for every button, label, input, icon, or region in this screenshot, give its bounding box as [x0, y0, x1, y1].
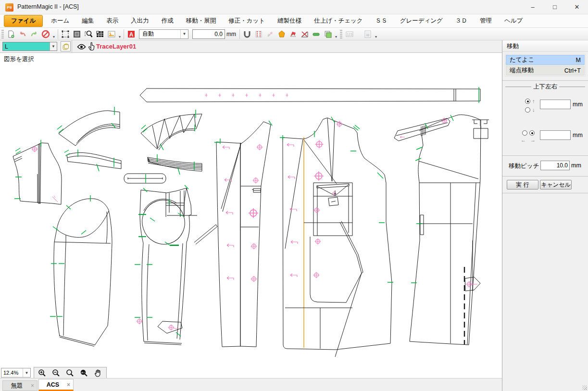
seam-lines-icon[interactable]: [253, 29, 264, 39]
tab-untitled[interactable]: 無題 ×: [2, 380, 38, 391]
menu-3d[interactable]: ３Ｄ: [449, 15, 474, 27]
calculator-icon[interactable]: [362, 29, 374, 39]
menu-file[interactable]: ファイル: [4, 15, 43, 27]
vertical-unit-label: mm: [573, 101, 583, 108]
toolbar-overflow-icon[interactable]: ▾: [117, 35, 122, 40]
annotation-a-icon[interactable]: A: [125, 29, 137, 39]
visibility-eye-icon[interactable]: [77, 43, 86, 52]
menu-sewing-spec[interactable]: 縫製仕様: [271, 15, 308, 27]
auto-mode-combobox[interactable]: 自動 ▼: [139, 29, 188, 39]
tab-close-icon[interactable]: ×: [31, 382, 37, 389]
menu-io[interactable]: 入出力: [125, 15, 155, 27]
zoom-in-button[interactable]: [35, 368, 49, 378]
move-up-radio[interactable]: [525, 99, 530, 104]
layer-stack-button[interactable]: [61, 41, 71, 51]
tab-close-icon[interactable]: ×: [67, 381, 73, 388]
pattern-canvas[interactable]: [0, 53, 502, 378]
command-label: たてよこ: [510, 56, 534, 64]
canvas-area[interactable]: 図形を選択: [0, 53, 502, 378]
redo-icon[interactable]: [28, 29, 40, 39]
fold-shape-icon[interactable]: [288, 29, 299, 39]
magnet-icon[interactable]: [241, 29, 253, 39]
select-rect-icon[interactable]: [60, 29, 71, 39]
piece-band-left[interactable]: [64, 150, 121, 171]
piece-collar-zigzag[interactable]: [141, 110, 202, 150]
no-entry-icon[interactable]: [40, 29, 51, 39]
piece-collar[interactable]: [57, 107, 120, 146]
image-icon[interactable]: [106, 29, 117, 39]
menu-move-expand[interactable]: 移動・展開: [180, 15, 223, 27]
menu-ss[interactable]: ＳＳ: [369, 15, 394, 27]
menu-view[interactable]: 表示: [100, 15, 125, 27]
zoom-select-icon[interactable]: [83, 29, 94, 39]
grid-icon[interactable]: [94, 29, 106, 39]
command-endpoint-move[interactable]: 端点移動 Ctrl+T: [506, 65, 585, 76]
toolbar-grip[interactable]: [1, 30, 4, 38]
menu-grading[interactable]: グレーディング: [394, 15, 449, 27]
toolbar-overflow-icon[interactable]: ▾: [51, 35, 56, 40]
move-down-radio[interactable]: [525, 107, 530, 113]
pick-hand-icon[interactable]: [88, 42, 95, 52]
piece-jacket-front[interactable]: [280, 117, 393, 357]
move-right-radio[interactable]: [529, 130, 535, 136]
close-button[interactable]: ✕: [566, 0, 588, 14]
command-tateyoko[interactable]: たてよこ M: [506, 55, 585, 65]
tab-label: 無題: [3, 382, 31, 390]
document-tab-bar: 無題 × ACS ×: [0, 378, 502, 391]
ruler-cross-icon[interactable]: [299, 29, 311, 39]
minimize-button[interactable]: –: [522, 0, 544, 14]
tab-label: ACS: [39, 381, 67, 388]
piece-tab[interactable]: [124, 174, 166, 183]
filled-square-icon[interactable]: [71, 29, 83, 39]
menu-edit[interactable]: 編集: [75, 15, 100, 27]
zoom-out-button[interactable]: [49, 368, 63, 378]
maximize-button[interactable]: □: [544, 0, 566, 14]
piece-bodice[interactable]: [13, 140, 62, 204]
toolbar-overflow-icon[interactable]: ▾: [374, 35, 378, 40]
move-left-radio[interactable]: [522, 130, 527, 136]
menu-home[interactable]: ホーム: [45, 15, 75, 27]
piece-upper-sleeve[interactable]: [50, 195, 112, 346]
offset-unit-label: mm: [226, 31, 236, 38]
undo-icon[interactable]: [17, 29, 28, 39]
horizontal-distance-input[interactable]: [540, 130, 571, 140]
menu-bar: ファイル ホーム 編集 表示 入出力 作成 移動・展開 修正・カット 縫製仕様 …: [0, 14, 588, 28]
horizontal-unit-label: mm: [573, 132, 583, 139]
zoom-bar: 12.4% ▼ ALL: [1, 366, 107, 379]
vertical-distance-input[interactable]: [540, 100, 571, 109]
resize-grip[interactable]: [582, 385, 587, 390]
piece-belt[interactable]: [140, 87, 480, 103]
offset-value-input[interactable]: [192, 29, 225, 39]
piece-band-multiline[interactable]: [148, 154, 202, 175]
layer-bar: L ▼ TraceLayer01: [0, 40, 502, 53]
cancel-button[interactable]: キャンセル: [540, 180, 572, 189]
menu-help[interactable]: ヘルプ: [498, 15, 529, 27]
pan-hand-button[interactable]: [91, 368, 105, 378]
layers-icon[interactable]: [322, 29, 334, 39]
piece-under-sleeve[interactable]: [135, 185, 217, 345]
piece-front-facing[interactable]: [214, 121, 272, 347]
toolbar-overflow-icon[interactable]: ▾: [334, 35, 338, 40]
zoom-all-button[interactable]: ALL: [77, 368, 91, 378]
menu-modify-cut[interactable]: 修正・カット: [222, 15, 271, 27]
execute-button[interactable]: 実 行: [507, 180, 538, 189]
zoom-all-label: ALL: [81, 371, 85, 374]
tab-acs[interactable]: ACS ×: [38, 379, 74, 391]
green-bar-icon[interactable]: [311, 29, 322, 39]
up-arrow-icon: ↑: [532, 98, 535, 104]
layer-combobox[interactable]: L ▼: [2, 42, 57, 51]
menu-admin[interactable]: 管理: [474, 15, 498, 27]
new-document-icon[interactable]: [5, 29, 17, 39]
menu-create[interactable]: 作成: [155, 15, 180, 27]
toolbar-grip[interactable]: [340, 30, 342, 38]
zoom-level-combobox[interactable]: 12.4% ▼: [1, 368, 31, 378]
piece-back[interactable]: [394, 115, 489, 345]
trace-layer-label[interactable]: TraceLayer01: [96, 43, 136, 50]
pentagon-icon[interactable]: [276, 29, 288, 39]
svg-text:123: 123: [347, 33, 352, 36]
pitch-input[interactable]: [540, 161, 570, 170]
measure-123-icon[interactable]: 123: [344, 29, 355, 39]
menu-finish-check[interactable]: 仕上げ・チェック: [308, 15, 369, 27]
pin-arrow-icon[interactable]: [264, 29, 276, 39]
zoom-window-button[interactable]: [63, 368, 77, 378]
